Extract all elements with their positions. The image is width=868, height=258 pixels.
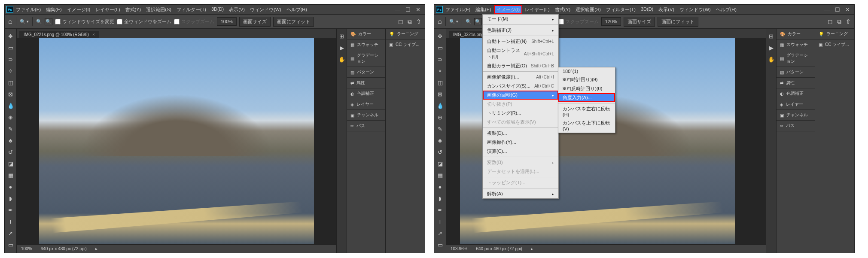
blur-tool-icon[interactable]: ● — [436, 183, 444, 191]
menu-layer[interactable]: レイヤー(L) — [93, 5, 122, 14]
gradient-tool-icon[interactable]: ▦ — [436, 171, 444, 179]
move-tool-icon[interactable]: ✥ — [7, 32, 15, 40]
maximize-icon[interactable]: ☐ — [835, 6, 840, 13]
eraser-tool-icon[interactable]: ◪ — [7, 160, 15, 167]
flip-vertical[interactable]: カンバスを上下に反転(V) — [558, 118, 615, 133]
menu-file[interactable]: ファイル(F) — [13, 5, 43, 14]
rotate-180[interactable]: 180°(1) — [558, 67, 615, 75]
share-icon[interactable]: ⇧ — [846, 18, 851, 25]
rotate-90ccw[interactable]: 90°(反時計回り)(0) — [558, 84, 615, 93]
dodge-tool-icon[interactable]: ◗ — [7, 194, 15, 202]
resize-window-check[interactable] — [55, 19, 61, 24]
panel-swatch[interactable]: ▦スウォッチ — [777, 39, 815, 50]
home-icon[interactable]: ⌂ — [8, 18, 12, 25]
menu-auto-contrast[interactable]: 自動コントラスト(U)Alt+Shift+Ctrl+L — [483, 46, 558, 61]
panel-gradient[interactable]: ▤グラデーション — [777, 50, 815, 67]
crop-tool-icon[interactable]: ◫ — [436, 79, 444, 86]
zoom-level[interactable]: 103.96% — [451, 246, 467, 251]
zoom-tool-icon[interactable]: 🔍 — [449, 19, 455, 24]
path-tool-icon[interactable]: ↗ — [436, 229, 444, 237]
frame-tool-icon[interactable]: ⊠ — [7, 90, 15, 98]
menu-image[interactable]: イメージ(I) — [494, 5, 522, 14]
rotate-90cw[interactable]: 90°(時計回り)(9) — [558, 75, 615, 84]
tab-close-icon[interactable]: × — [92, 32, 95, 37]
marquee-tool-icon[interactable]: ▭ — [7, 44, 15, 52]
home-icon[interactable]: ⌂ — [438, 18, 442, 25]
menu-edit[interactable]: 編集(E) — [43, 5, 64, 14]
zoom-out-icon[interactable]: 🔍 — [45, 18, 52, 25]
panel-pattern[interactable]: ▧パターン — [347, 67, 385, 78]
panel-paths[interactable]: ✑パス — [777, 121, 815, 131]
fit-window-button[interactable]: 画面にフィット — [658, 17, 698, 27]
shape-tool-icon[interactable]: ▭ — [7, 241, 15, 249]
workspace-icon[interactable]: ⧉ — [837, 18, 841, 25]
menu-auto-color[interactable]: 自動カラー補正(O)Shift+Ctrl+B — [483, 61, 558, 70]
zoom-out-icon[interactable]: 🔍 — [474, 18, 482, 25]
all-windows-check[interactable] — [117, 19, 122, 24]
menu-type[interactable]: 書式(Y) — [552, 5, 573, 14]
menu-file[interactable]: ファイル(F) — [443, 5, 473, 14]
menu-trim[interactable]: トリミング(R)... — [483, 109, 558, 118]
stamp-tool-icon[interactable]: ♣ — [436, 137, 444, 144]
share-icon[interactable]: ⇧ — [416, 18, 421, 25]
menu-help[interactable]: ヘルプ(H) — [713, 5, 739, 14]
zoom-level[interactable]: 100% — [21, 246, 32, 251]
marquee-tool-icon[interactable]: ▭ — [436, 44, 444, 52]
lasso-tool-icon[interactable]: ⊃ — [7, 55, 15, 63]
panel-paths[interactable]: ✑パス — [347, 121, 385, 131]
brush-tool-icon[interactable]: ✎ — [7, 125, 15, 133]
type-tool-icon[interactable]: T — [7, 218, 15, 225]
panel-adjustments[interactable]: ◐色調補正 — [347, 88, 385, 99]
panel-swatch[interactable]: ▦スウォッチ — [347, 39, 385, 50]
panel-gradient[interactable]: ▤グラデーション — [347, 50, 385, 67]
menu-analysis[interactable]: 解析(A) — [483, 189, 558, 198]
menu-edit[interactable]: 編集(E) — [473, 5, 494, 14]
menu-auto-tone[interactable]: 自動トーン補正(N)Shift+Ctrl+L — [483, 37, 558, 46]
hand-icon[interactable]: ✋ — [338, 56, 345, 63]
zoom-100-button[interactable]: 100% — [217, 17, 237, 26]
panel-layers[interactable]: ◈レイヤー — [777, 99, 815, 110]
menu-window[interactable]: ウィンドウ(W) — [677, 5, 713, 14]
panel-layers[interactable]: ◈レイヤー — [347, 99, 385, 110]
panel-properties[interactable]: ⇄属性 — [777, 78, 815, 88]
menu-mode[interactable]: モード(M) — [483, 15, 558, 24]
status-arrow-icon[interactable]: ▸ — [531, 246, 533, 251]
hand-icon[interactable]: ✋ — [768, 56, 775, 63]
panel-properties[interactable]: ⇄属性 — [347, 78, 385, 88]
dodge-tool-icon[interactable]: ◗ — [436, 194, 444, 202]
zoom-in-icon[interactable]: 🔍 — [466, 19, 472, 24]
scrub-zoom-check[interactable] — [558, 19, 564, 24]
menu-image[interactable]: イメージ(I) — [64, 5, 93, 14]
wand-tool-icon[interactable]: ✧ — [436, 67, 444, 75]
panel-color[interactable]: 🎨カラー — [777, 29, 815, 39]
menu-image-size[interactable]: 画像解像度(I)...Alt+Ctrl+I — [483, 73, 558, 82]
status-arrow-icon[interactable]: ▸ — [95, 246, 97, 251]
menu-adjustments[interactable]: 色調補正(J) — [483, 26, 558, 35]
heal-tool-icon[interactable]: ⊕ — [436, 113, 444, 121]
menu-help[interactable]: ヘルプ(H) — [284, 5, 310, 14]
panel-learning[interactable]: 💡ラーニング — [815, 29, 854, 39]
menu-view[interactable]: 表示(V) — [226, 5, 247, 14]
stamp-tool-icon[interactable]: ♣ — [7, 137, 15, 144]
color-panel-icon[interactable]: ⊞ — [339, 33, 344, 39]
workspace-icon[interactable]: ⧉ — [408, 18, 412, 25]
menu-view[interactable]: 表示(V) — [656, 5, 677, 14]
brush-tool-icon[interactable]: ✎ — [436, 125, 444, 133]
fit-screen-button[interactable]: 画面サイズ — [624, 17, 655, 27]
history-brush-icon[interactable]: ↺ — [7, 148, 15, 156]
search-icon[interactable]: ◻ — [828, 18, 833, 25]
menu-filter[interactable]: フィルター(T) — [603, 5, 638, 14]
minimize-icon[interactable]: — — [824, 6, 830, 13]
path-tool-icon[interactable]: ↗ — [7, 229, 15, 237]
menu-type[interactable]: 書式(Y) — [123, 5, 144, 14]
menu-select[interactable]: 選択範囲(S) — [573, 5, 603, 14]
menu-layer[interactable]: レイヤー(L) — [522, 5, 552, 14]
heal-tool-icon[interactable]: ⊕ — [7, 113, 15, 121]
flip-horizontal[interactable]: カンバスを左右に反転(H) — [558, 104, 615, 118]
panel-color[interactable]: 🎨カラー — [347, 29, 385, 39]
search-icon[interactable]: ◻ — [398, 18, 403, 25]
menu-3d[interactable]: 3D(D) — [638, 5, 656, 14]
panel-channels[interactable]: ▣チャンネル — [777, 110, 815, 121]
document-tab[interactable]: IMG_0221s.png @ 100% (RGB/8) × — [19, 31, 99, 38]
close-icon[interactable]: ✕ — [845, 6, 850, 13]
